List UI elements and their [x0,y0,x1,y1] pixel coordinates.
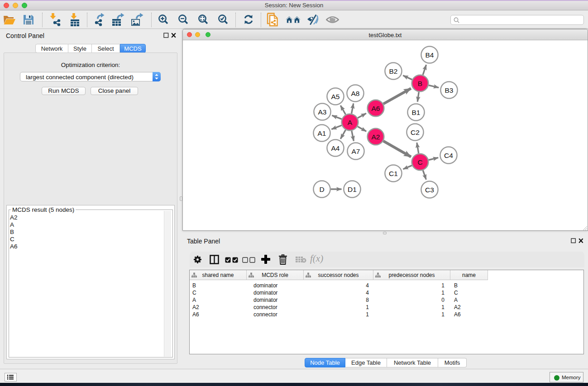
svg-text:A6: A6 [372,105,380,112]
svg-text:A2: A2 [372,133,380,141]
svg-text:B3: B3 [445,86,454,94]
svg-text:A4: A4 [331,144,340,152]
svg-text:C1: C1 [389,170,398,177]
svg-text:A5: A5 [331,93,340,100]
svg-text:D1: D1 [348,186,357,193]
svg-text:B1: B1 [412,109,421,116]
svg-text:C: C [417,158,422,166]
svg-text:B: B [418,80,422,87]
svg-text:A: A [348,119,353,126]
svg-text:C4: C4 [444,152,453,159]
svg-text:A8: A8 [351,90,360,97]
svg-text:A1: A1 [318,129,326,137]
svg-text:C2: C2 [411,129,420,136]
svg-text:D: D [319,186,324,193]
svg-text:B2: B2 [389,67,398,75]
svg-text:B4: B4 [425,51,434,59]
svg-text:A7: A7 [352,148,360,155]
svg-text:C3: C3 [425,186,434,194]
svg-text:A3: A3 [318,108,327,116]
